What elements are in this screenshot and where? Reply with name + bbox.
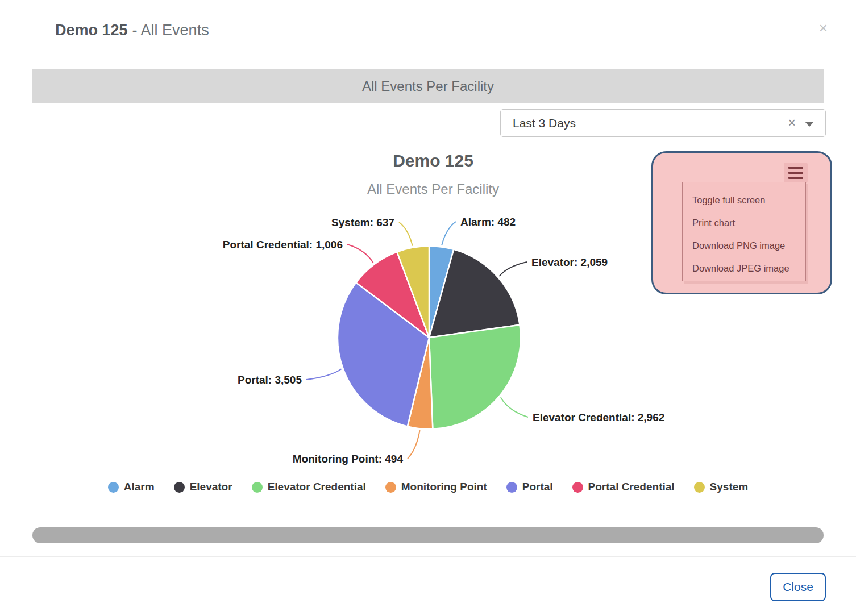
data-label-connector bbox=[408, 430, 420, 459]
legend-marker-icon bbox=[572, 482, 583, 493]
chevron-down-icon[interactable] bbox=[805, 122, 814, 127]
data-label-connector bbox=[499, 262, 527, 276]
hamburger-icon bbox=[788, 167, 803, 169]
data-label-elevator: Elevator: 2,059 bbox=[531, 256, 608, 268]
scrollbar-thumb[interactable] bbox=[32, 527, 824, 543]
dialog-title-suffix: - All Events bbox=[132, 22, 209, 39]
menu-item-toggle-full-screen[interactable]: Toggle full screen bbox=[683, 189, 805, 211]
legend-item-portal[interactable]: Portal bbox=[506, 481, 553, 493]
legend-label: Monitoring Point bbox=[401, 481, 487, 493]
data-label-monitoring-point: Monitoring Point: 494 bbox=[293, 453, 404, 465]
legend-marker-icon bbox=[506, 482, 517, 493]
data-label-portal-credential: Portal Credential: 1,006 bbox=[223, 239, 343, 251]
legend-label: Elevator Credential bbox=[268, 481, 366, 493]
pie-slice-elevator-credential[interactable] bbox=[429, 325, 521, 429]
dialog-title: Demo 125- All Events bbox=[55, 22, 209, 39]
legend-label: Portal bbox=[522, 481, 553, 493]
hamburger-icon-bar bbox=[788, 177, 803, 179]
dialog-title-facility: Demo 125 bbox=[55, 22, 128, 39]
dialog-header: Demo 125- All Events × bbox=[0, 0, 856, 55]
dialog: Demo 125- All Events × All Events Per Fa… bbox=[0, 0, 856, 616]
legend-label: System bbox=[710, 481, 749, 493]
data-label-connector bbox=[442, 222, 456, 245]
close-icon[interactable]: × bbox=[819, 20, 828, 35]
legend-item-alarm[interactable]: Alarm bbox=[108, 481, 155, 493]
clear-selection-icon[interactable]: × bbox=[788, 110, 796, 136]
legend-item-elevator[interactable]: Elevator bbox=[174, 481, 232, 493]
menu-item-download-jpeg[interactable]: Download JPEG image bbox=[683, 257, 805, 280]
legend-item-portal-credential[interactable]: Portal Credential bbox=[572, 481, 675, 493]
legend-marker-icon bbox=[385, 482, 396, 493]
menu-item-download-png[interactable]: Download PNG image bbox=[683, 234, 805, 257]
close-button[interactable]: Close bbox=[770, 573, 826, 601]
menu-item-print-chart[interactable]: Print chart bbox=[683, 211, 805, 234]
data-label-connector bbox=[347, 244, 373, 263]
legend-item-system[interactable]: System bbox=[694, 481, 749, 493]
legend-marker-icon bbox=[174, 482, 185, 493]
chart-menu-button[interactable] bbox=[784, 163, 808, 183]
legend-label: Elevator bbox=[190, 481, 232, 493]
hamburger-icon-bar bbox=[788, 172, 803, 174]
legend-marker-icon bbox=[108, 482, 119, 493]
data-label-connector bbox=[501, 397, 528, 417]
data-label-connector bbox=[306, 369, 342, 380]
legend-label: Alarm bbox=[124, 481, 155, 493]
data-label-elevator-credential: Elevator Credential: 2,962 bbox=[533, 411, 664, 423]
legend-marker-icon bbox=[694, 482, 705, 493]
annotation-highlight: Toggle full screen Print chart Download … bbox=[651, 151, 832, 294]
date-range-value: Last 3 Days bbox=[513, 110, 576, 136]
data-label-alarm: Alarm: 482 bbox=[460, 216, 516, 228]
chart-legend: AlarmElevatorElevator CredentialMonitori… bbox=[0, 481, 856, 493]
section-header-bar: All Events Per Facility bbox=[32, 69, 824, 103]
data-label-system: System: 637 bbox=[331, 217, 394, 228]
legend-item-elevator-credential[interactable]: Elevator Credential bbox=[252, 481, 366, 493]
header-divider bbox=[20, 55, 836, 55]
legend-label: Portal Credential bbox=[588, 481, 675, 493]
horizontal-scrollbar[interactable] bbox=[32, 527, 824, 543]
legend-item-monitoring-point[interactable]: Monitoring Point bbox=[385, 481, 487, 493]
footer-divider bbox=[0, 556, 856, 557]
date-range-select[interactable]: Last 3 Days × bbox=[500, 109, 826, 137]
data-label-connector bbox=[399, 222, 413, 246]
data-label-portal: Portal: 3,505 bbox=[238, 374, 302, 386]
chart-context-menu: Toggle full screen Print chart Download … bbox=[682, 182, 806, 281]
legend-marker-icon bbox=[252, 482, 263, 493]
